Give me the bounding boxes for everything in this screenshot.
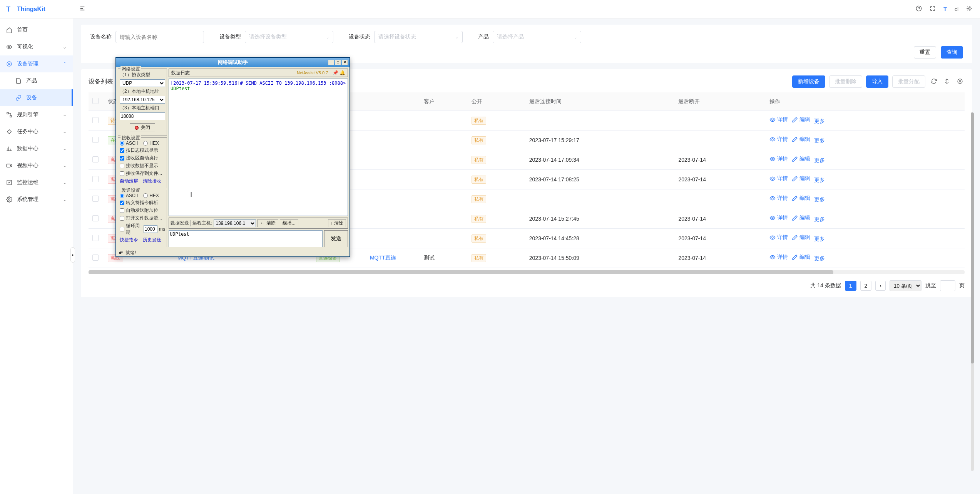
batch-delete-button[interactable]: 批量删除 [829,75,862,88]
detail-link[interactable]: 详情 [769,116,788,123]
send-period-input[interactable] [144,225,157,233]
netassist-titlebar[interactable]: 网络调试助手 _ □ × [116,58,350,67]
sidebar-item-visual[interactable]: 可视化 ⌄ [0,39,73,55]
send-history-link[interactable]: 历史发送 [143,237,161,243]
send-shortcut-link[interactable]: 快捷指令 [120,237,138,243]
edit-link[interactable]: 编辑 [792,156,810,162]
more-link[interactable]: 更多 [814,157,825,164]
edit-link[interactable]: 编辑 [792,234,810,241]
page-1[interactable]: 1 [845,281,856,291]
row-checkbox[interactable] [92,176,99,182]
more-link[interactable]: 更多 [814,137,825,144]
send-ascii-radio[interactable] [120,193,124,198]
collapse-icon[interactable] [79,5,85,13]
jump-input[interactable] [940,280,955,291]
row-checkbox[interactable] [92,137,99,143]
page-2[interactable]: 2 [860,281,872,291]
close-button[interactable]: × [342,60,348,65]
remote-host-select[interactable]: 139.198.106.1 [214,219,256,227]
more-link[interactable]: 更多 [814,216,825,223]
sidebar-item-rule[interactable]: 规则引擎 ⌄ [0,106,73,123]
add-device-button[interactable]: 新增设备 [792,75,825,88]
batch-assign-button[interactable]: 批量分配 [892,75,925,88]
edit-link[interactable]: 编辑 [792,175,810,182]
edit-link[interactable]: 编辑 [792,254,810,261]
recv-clear-link[interactable]: 清除接收 [143,178,161,184]
send-opt4-checkbox[interactable] [120,227,124,231]
horizontal-scrollbar[interactable] [89,270,965,274]
maximize-button[interactable]: □ [335,60,341,65]
edit-link[interactable]: 编辑 [792,116,810,123]
send-opt2-checkbox[interactable] [120,208,124,213]
localaddr-select[interactable]: 192.168.10.125 [120,96,165,104]
recv-autoscroll-link[interactable]: 自动滚屏 [120,178,138,184]
recv-opt3-checkbox[interactable] [120,164,124,168]
close-conn-button[interactable]: 关闭 [130,123,155,132]
brand-icon[interactable]: T [942,5,948,14]
detail-link[interactable]: 详情 [769,175,788,182]
multicast-button[interactable]: 组播... [280,219,298,227]
device-type-select[interactable]: 请选择设备类型⌄ [245,31,333,43]
select-all-checkbox[interactable] [92,98,99,104]
column-setting-icon[interactable] [955,77,965,87]
column-height-icon[interactable] [942,77,952,87]
sidebar-item-device[interactable]: 设备 [0,89,73,106]
clear2-button[interactable]: ↓ 清除 [328,219,346,227]
send-textarea[interactable]: UDPtest [169,230,323,247]
recv-opt1-checkbox[interactable] [120,148,124,153]
recv-ascii-radio[interactable] [120,141,124,146]
row-checkbox[interactable] [92,255,99,261]
detail-link[interactable]: 详情 [769,234,788,241]
settings-icon[interactable] [965,4,974,14]
more-link[interactable]: 更多 [814,236,825,243]
scrollbar-thumb[interactable] [971,112,974,363]
send-hex-radio[interactable] [143,193,148,198]
logo[interactable]: T ThingsKit [0,0,73,18]
edit-link[interactable]: 编辑 [792,136,810,143]
help-icon[interactable] [914,4,923,14]
sidebar-item-device-mgmt[interactable]: 设备管理 ⌃ [0,55,73,72]
send-opt1-checkbox[interactable] [120,201,124,205]
log-area[interactable]: [2023-07-17 15:39:59.516]# SEND ASCII TO… [169,79,348,216]
sidebar-item-task[interactable]: 任务中心 ⌄ [0,123,73,140]
row-checkbox[interactable] [92,215,99,221]
device-status-select[interactable]: 请选择设备状态⌄ [374,31,463,43]
detail-link[interactable]: 详情 [769,156,788,162]
proto-select[interactable]: UDP [120,79,165,87]
edit-link[interactable]: 编辑 [792,195,810,202]
sidebar-item-monitor[interactable]: 监控运维 ⌄ [0,174,73,191]
device-name-input[interactable] [115,31,204,43]
page-next[interactable]: › [875,281,886,291]
more-link[interactable]: 更多 [814,118,825,125]
scrollbar-thumb[interactable] [89,270,833,274]
clear-send-button[interactable]: ← 清除 [258,219,278,227]
more-link[interactable]: 更多 [814,255,825,262]
sidebar-item-product[interactable]: 产品 [0,72,73,89]
send-opt3-checkbox[interactable] [120,216,124,221]
sidebar-item-system[interactable]: 系统管理 ⌄ [0,191,73,208]
more-link[interactable]: 更多 [814,177,825,184]
import-button[interactable]: 导入 [866,75,888,88]
per-page-select[interactable]: 10 条/页 [890,280,921,291]
product-select[interactable]: 请选择产品⌄ [493,31,581,43]
reset-button[interactable]: 重置 [914,46,936,59]
edit-link[interactable]: 编辑 [792,214,810,221]
row-checkbox[interactable] [92,156,99,162]
sidebar-item-data[interactable]: 数据中心 ⌄ [0,140,73,157]
detail-link[interactable]: 详情 [769,214,788,221]
detail-link[interactable]: 详情 [769,195,788,202]
sidebar-item-video[interactable]: 视频中心 ⌄ [0,157,73,174]
recv-hex-radio[interactable] [143,141,148,146]
user-initials[interactable]: cl [953,5,960,14]
row-checkbox[interactable] [92,117,99,123]
pin-icon[interactable]: 📌 [333,70,338,75]
product-link[interactable]: MQTT直连 [370,255,396,261]
fullscreen-icon[interactable] [928,4,937,14]
version-link[interactable]: NetAssist V5.0.7 [297,70,328,75]
query-button[interactable]: 查询 [941,46,963,59]
vertical-scrollbar[interactable] [971,112,974,471]
more-link[interactable]: 更多 [814,196,825,203]
row-checkbox[interactable] [92,196,99,202]
send-button[interactable]: 发送 [324,230,348,247]
sidebar-item-home[interactable]: 首页 [0,22,73,39]
